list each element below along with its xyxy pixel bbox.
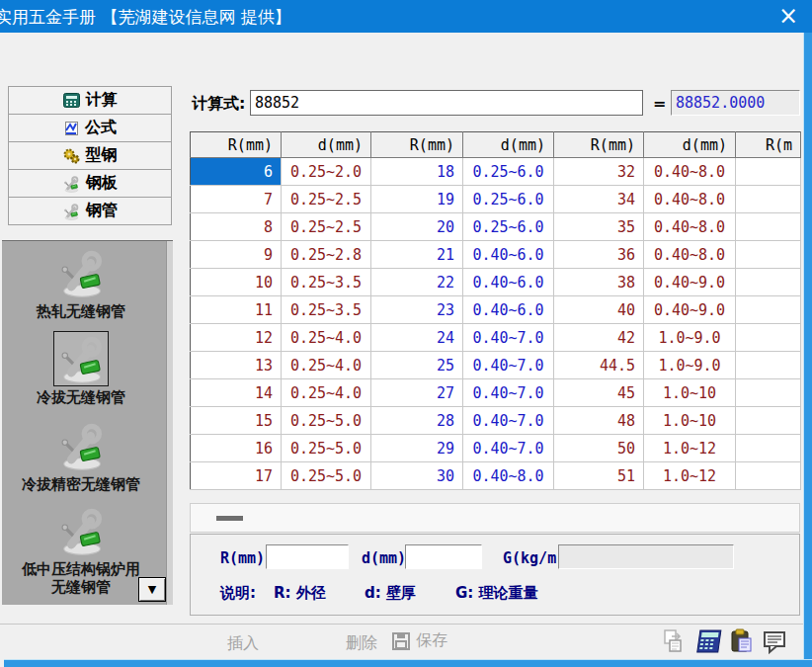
pipe-type-cold-drawn-precision[interactable]: 冷拔精密无缝钢管	[2, 420, 160, 493]
table-cell[interactable]: 0.25~3.5	[282, 296, 371, 324]
table-cell[interactable]: 18	[371, 158, 463, 186]
table-cell[interactable]: 0.25~5.0	[282, 462, 371, 490]
table-cell[interactable]	[736, 186, 801, 213]
table-cell[interactable]: 38	[554, 269, 644, 296]
table-cell[interactable]: 17	[191, 462, 282, 490]
table-cell[interactable]	[736, 407, 801, 435]
table-cell[interactable]	[736, 435, 801, 462]
table-cell[interactable]: 1.0~10	[644, 407, 736, 435]
table-cell[interactable]: 0.40~8.0	[644, 158, 736, 186]
table-cell[interactable]: 29	[371, 435, 463, 462]
table-cell[interactable]: 16	[191, 435, 282, 462]
table-cell[interactable]: 20	[371, 213, 463, 241]
chevron-down-icon[interactable]: ▼	[138, 577, 166, 602]
table-cell[interactable]: 13	[191, 352, 282, 379]
table-cell[interactable]	[736, 324, 801, 352]
table-cell[interactable]: 11	[191, 296, 282, 324]
sidebar-item-steel-plate[interactable]: 钢板	[8, 169, 172, 198]
table-cell[interactable]: 0.40~7.0	[463, 352, 554, 379]
table-cell[interactable]: 12	[191, 324, 282, 352]
table-cell[interactable]: 0.40~6.0	[463, 241, 554, 269]
table-cell[interactable]: 0.40~7.0	[463, 379, 554, 407]
delete-button[interactable]: 删除	[346, 633, 377, 654]
table-cell[interactable]: 35	[554, 213, 644, 241]
table-cell[interactable]: 51	[554, 462, 644, 490]
table-cell[interactable]: 0.25~6.0	[463, 186, 554, 213]
table-cell[interactable]: 10	[191, 269, 282, 296]
table-cell[interactable]	[736, 379, 801, 407]
insert-button[interactable]: 插入	[227, 633, 259, 654]
table-cell[interactable]: 22	[371, 269, 463, 296]
table-cell[interactable]: 0.25~5.0	[282, 407, 371, 435]
table-cell[interactable]: 0.25~4.0	[282, 324, 371, 352]
table-cell[interactable]: 48	[554, 407, 644, 435]
save-button[interactable]: 保存	[391, 630, 447, 651]
table-cell[interactable]: 1.0~9.0	[644, 324, 736, 352]
table-cell[interactable]: 0.25~2.5	[282, 186, 371, 213]
table-cell[interactable]: 1.0~9.0	[644, 352, 736, 379]
table-cell[interactable]: 0.40~7.0	[463, 435, 554, 462]
table-cell[interactable]: 0.25~4.0	[282, 379, 371, 407]
table-cell[interactable]: 28	[371, 407, 463, 435]
notes-icon[interactable]	[762, 628, 787, 654]
pipe-type-cold-drawn[interactable]: 冷拔无缝钢管	[2, 331, 160, 406]
scrollbar-thumb[interactable]	[216, 516, 243, 521]
table-cell[interactable]	[736, 269, 801, 296]
table-cell[interactable]: 19	[371, 186, 463, 213]
table-cell[interactable]: 32	[554, 158, 644, 186]
sidebar-item-calculate[interactable]: 计算	[8, 86, 172, 115]
table-cell[interactable]	[736, 296, 801, 324]
table-cell[interactable]: 21	[371, 241, 463, 269]
calculator-icon[interactable]	[694, 629, 722, 654]
table-cell[interactable]: 30	[371, 462, 463, 490]
table-cell[interactable]: 7	[191, 186, 282, 213]
table-cell[interactable]: 25	[371, 352, 463, 379]
table-cell[interactable]: 14	[191, 379, 282, 407]
paste-icon[interactable]	[729, 628, 755, 654]
table-cell[interactable]: 8	[191, 213, 282, 241]
table-cell[interactable]: 40	[554, 296, 644, 324]
table-cell[interactable]: 0.40~8.0	[644, 186, 736, 213]
table-cell[interactable]: 36	[554, 241, 644, 269]
table-cell[interactable]: 1.0~12	[644, 462, 736, 490]
table-cell[interactable]: 6	[191, 158, 282, 186]
table-cell[interactable]	[736, 241, 801, 269]
table-cell[interactable]: 0.40~9.0	[644, 269, 736, 296]
table-cell[interactable]: 24	[371, 324, 463, 352]
horizontal-scrollbar[interactable]	[190, 503, 800, 533]
table-cell[interactable]: 9	[191, 241, 282, 269]
sidebar-item-formula[interactable]: 公式	[8, 114, 172, 142]
table-cell[interactable]	[736, 213, 801, 241]
table-cell[interactable]: 0.40~7.0	[463, 324, 554, 352]
table-cell[interactable]: 0.25~6.0	[463, 213, 554, 241]
r-input[interactable]	[266, 544, 349, 569]
table-cell[interactable]: 0.40~8.0	[463, 462, 554, 490]
pipe-type-boiler[interactable]: 低中压结构锅炉用无缝钢管	[2, 505, 160, 596]
table-cell[interactable]	[736, 462, 801, 490]
table-cell[interactable]: 0.40~6.0	[463, 269, 554, 296]
table-cell[interactable]: 27	[371, 379, 463, 407]
table-cell[interactable]: 0.25~5.0	[282, 435, 371, 462]
close-icon[interactable]: ×	[778, 1, 798, 31]
pipe-type-hot-rolled[interactable]: 热轧无缝钢管	[2, 247, 160, 320]
table-cell[interactable]	[736, 352, 801, 379]
table-cell[interactable]: 0.25~4.0	[282, 352, 371, 379]
sidebar-item-steel-pipe[interactable]: 钢管	[8, 197, 172, 225]
table-cell[interactable]: 15	[191, 407, 282, 435]
copy-icon[interactable]	[662, 628, 688, 654]
table-cell[interactable]: 50	[554, 435, 644, 462]
table-cell[interactable]: 0.40~6.0	[463, 296, 554, 324]
table-cell[interactable]: 0.40~9.0	[644, 296, 736, 324]
table-cell[interactable]: 0.40~8.0	[644, 241, 736, 269]
sidebar-item-section-steel[interactable]: 型钢	[8, 141, 172, 170]
table-cell[interactable]: 0.25~2.0	[282, 158, 371, 186]
table-cell[interactable]: 1.0~10	[644, 379, 736, 407]
table-cell[interactable]: 1.0~12	[644, 435, 736, 462]
table-cell[interactable]: 0.25~3.5	[282, 269, 371, 296]
table-cell[interactable]: 23	[371, 296, 463, 324]
table-cell[interactable]: 42	[554, 324, 644, 352]
table-cell[interactable]: 0.40~7.0	[463, 407, 554, 435]
d-input[interactable]	[405, 544, 482, 569]
table-cell[interactable]: 34	[554, 186, 644, 213]
table-cell[interactable]: 44.5	[554, 352, 644, 379]
